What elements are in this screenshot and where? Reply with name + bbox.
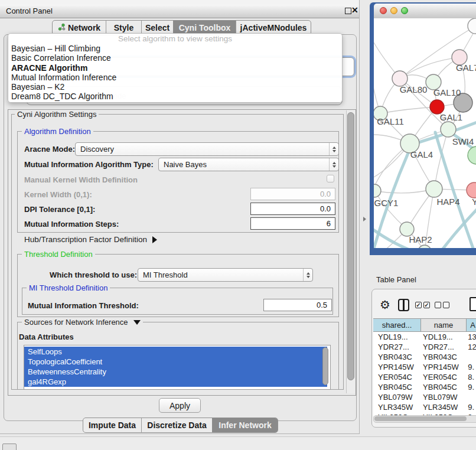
- control-panel-titlebar: [0, 5, 359, 18]
- table-row[interactable]: YPR145WYPR145W9.: [373, 362, 476, 372]
- mi-steps-field[interactable]: 6: [250, 217, 335, 230]
- tab-label: Impute Data: [89, 420, 136, 430]
- control-panel: Control Panel ✕ Inference Algorithm gal-…: [0, 0, 360, 434]
- svg-text:GCY1: GCY1: [374, 198, 399, 208]
- settings-scrollbar-thumb[interactable]: [347, 112, 354, 380]
- network-canvas[interactable]: GAL7GAL80GAL10GAL1GAL11GAL4SWI4GCY1HAP4Y…: [374, 18, 476, 248]
- svg-text:SWI4: SWI4: [452, 136, 474, 146]
- gear-icon[interactable]: ⚙: [380, 299, 390, 311]
- bottom-tab-discretize-data[interactable]: Discretize Data: [141, 418, 212, 432]
- data-attribute-item[interactable]: TopologicalCoefficient: [24, 357, 327, 367]
- columns-icon[interactable]: [398, 299, 409, 311]
- which-threshold-label: Which threshold to use:: [50, 270, 137, 279]
- manual-kernel-label: Manual Kernel Width Definition: [24, 175, 138, 184]
- svg-text:GAL10: GAL10: [433, 87, 461, 97]
- algorithm-popup-item[interactable]: Dream8 DC_TDC Algorithm: [8, 92, 342, 101]
- sources-title[interactable]: Sources for Network Inference: [22, 318, 143, 327]
- svg-text:GAL4: GAL4: [410, 149, 433, 159]
- which-threshold-value: MI Threshold: [138, 270, 303, 279]
- table-cell: YDL19...: [373, 332, 420, 341]
- dpi-tolerance-field[interactable]: 0.0: [250, 203, 335, 215]
- svg-text:GAL11: GAL11: [377, 116, 404, 126]
- checked-box-icon-1[interactable]: ✓: [415, 302, 422, 308]
- unchecked-box-icon-1[interactable]: [435, 302, 441, 308]
- screen: Control Panel ✕ Inference Algorithm gal-…: [0, 0, 476, 450]
- close-panel-icon[interactable]: ✕: [351, 5, 358, 15]
- table-cell: YLR345W: [373, 403, 420, 412]
- algorithm-popup-item[interactable]: Bayesian – K2: [8, 82, 342, 92]
- hub-section-label: Hub/Transcription Factor Definition: [24, 235, 147, 244]
- table-column-header[interactable]: shared...: [373, 318, 421, 332]
- cyni-settings-title: Cyni Algorithm Settings: [15, 110, 99, 119]
- algorithm-popup-item[interactable]: Bayesian – Hill Climbing: [8, 44, 342, 53]
- table-cell: YER054C: [420, 373, 465, 381]
- table-cell: 13: [465, 332, 476, 341]
- float-panel-icon[interactable]: [345, 8, 351, 14]
- table-row[interactable]: YBR045CYBR045C9.: [373, 382, 476, 392]
- data-attributes-label: Data Attributes: [19, 332, 74, 341]
- divider-collapse-arrow[interactable]: [363, 217, 366, 221]
- new-table-icon[interactable]: [470, 297, 476, 311]
- tab-label: Network: [68, 23, 100, 32]
- unchecked-box-icon-2[interactable]: [443, 302, 449, 308]
- combo-spinner-icon: [329, 158, 338, 171]
- table-row[interactable]: YLR345WYLR345W9.: [373, 402, 476, 412]
- bottom-left-icon[interactable]: [2, 444, 17, 450]
- mit-field[interactable]: 0.5: [263, 299, 332, 311]
- control-panel-title: Control Panel: [6, 6, 53, 15]
- table-cell: YDL19...: [420, 332, 465, 341]
- data-attribute-item[interactable]: gal4RGexp: [24, 377, 327, 387]
- minimize-window-icon[interactable]: [390, 7, 397, 14]
- algorithm-popup-item[interactable]: Basic Correlation Inference: [8, 53, 342, 63]
- collapsed-arrow-icon: [152, 236, 157, 243]
- close-window-icon[interactable]: [380, 7, 387, 14]
- table-panel-title: Table Panel: [376, 275, 416, 284]
- table-header-row: shared...nameA: [373, 318, 476, 332]
- network-icon: [58, 23, 66, 32]
- table-cell: 9.: [465, 383, 476, 392]
- bottom-tab-infer-network[interactable]: Infer Network: [212, 418, 278, 432]
- aracne-mode-value: Discovery: [76, 145, 329, 154]
- table-column-header[interactable]: name: [421, 318, 467, 332]
- table-row[interactable]: YBL079WYBL079W: [373, 392, 476, 402]
- list-scrollbar-thumb[interactable]: [322, 347, 328, 385]
- mi-type-combobox[interactable]: Naive Bayes: [158, 158, 339, 171]
- hub-section-toggle[interactable]: Hub/Transcription Factor Definition: [24, 235, 157, 244]
- mi-type-value: Naive Bayes: [159, 160, 329, 169]
- combo-spinner-icon: [329, 143, 338, 155]
- table-cell: YBR043C: [420, 353, 465, 361]
- apply-button[interactable]: Apply: [159, 398, 201, 413]
- table-cell: YBR045C: [373, 383, 420, 392]
- combo-spinner-icon: [303, 269, 312, 281]
- svg-text:GAL7: GAL7: [456, 63, 476, 73]
- which-threshold-combobox[interactable]: MI Threshold: [138, 268, 313, 282]
- data-attribute-item[interactable]: BetweennessCentrality: [24, 367, 327, 377]
- algorithm-popup-item[interactable]: Mutual Information Inference: [8, 73, 342, 82]
- table-cell: YDR27...: [420, 343, 465, 351]
- data-attributes-list[interactable]: SelfLoopsTopologicalCoefficientBetweenne…: [24, 345, 331, 390]
- aracne-mode-combobox[interactable]: Discovery: [75, 142, 339, 156]
- kernel-width-value: 0.0: [320, 190, 331, 198]
- svg-text:Y: Y: [472, 197, 476, 207]
- network-window-titlebar[interactable]: [374, 4, 476, 19]
- mi-threshold-title: MI Threshold Definition: [27, 283, 110, 292]
- table-column-header[interactable]: A: [467, 318, 476, 332]
- data-attribute-item[interactable]: SelfLoops: [24, 347, 327, 357]
- table-row[interactable]: YER054CYER054C8.: [373, 372, 476, 382]
- tab-label: Style: [114, 23, 133, 32]
- aracne-mode-label: Aracne Mode:: [24, 145, 75, 154]
- zoom-window-icon[interactable]: [401, 7, 408, 14]
- table-row[interactable]: YDL19...YDL19...13: [373, 332, 476, 342]
- bottom-tab-impute-data[interactable]: Impute Data: [83, 418, 141, 432]
- table-cell: YBR045C: [420, 383, 465, 392]
- kernel-width-field[interactable]: 0.0: [250, 188, 335, 200]
- table-row[interactable]: YDR27...YDR27...12: [373, 342, 476, 352]
- table-cell: YBL079W: [373, 393, 420, 402]
- manual-kernel-checkbox[interactable]: [327, 175, 334, 182]
- checked-box-icon-2[interactable]: ✓: [423, 302, 430, 308]
- table-hscrollbar-thumb[interactable]: [374, 416, 467, 421]
- tab-label: Cyni Toolbox: [179, 23, 231, 32]
- panel-top-strip: [0, 0, 359, 5]
- algorithm-popup-item[interactable]: ARACNE Algorithm: [8, 63, 342, 73]
- table-row[interactable]: YBR043CYBR043C: [373, 352, 476, 362]
